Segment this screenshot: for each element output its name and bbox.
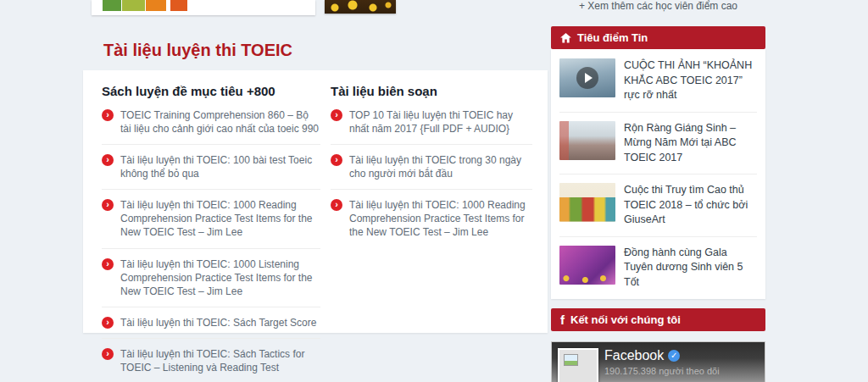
news-title-link[interactable]: Đồng hành cùng Gala Tuyên dương Sinh viê… [624, 246, 757, 291]
connect-section-title: Kết nối với chúng tôi [570, 313, 681, 326]
news-thumbnail[interactable] [559, 121, 615, 160]
arrow-bullet-icon: › [102, 258, 114, 270]
arrow-bullet-icon: › [102, 154, 114, 166]
followers-count: 190.175.398 người theo dõi [604, 366, 720, 376]
material-link[interactable]: TOP 10 Tài liệu luyện thi TOEIC hay nhất… [349, 108, 532, 136]
material-item[interactable]: ›Tài liệu luyện thi TOEIC: 1000 Listenin… [102, 249, 320, 307]
facebook-page-name[interactable]: Facebook✓ [604, 348, 680, 363]
promo-buttons-image [103, 0, 187, 11]
facebook-icon: f [560, 313, 565, 326]
cutoff-card-promo[interactable] [92, 0, 315, 15]
news-thumbnail[interactable] [559, 183, 615, 222]
promo-segment [122, 0, 145, 11]
broken-image-icon [564, 354, 578, 366]
material-link[interactable]: Tài liệu luyện thi TOEIC: 100 bài test T… [120, 153, 320, 180]
materials-list: ›TOP 10 Tài liệu luyện thi TOEIC hay nhấ… [331, 100, 532, 248]
promo-segment [146, 0, 166, 11]
news-title-link[interactable]: Rộn Ràng Giáng Sinh – Mừng Năm Mới tại A… [624, 121, 757, 166]
news-thumbnail[interactable] [559, 58, 615, 97]
webpage: { "icons": { "bullet_chevron": "›", "fac… [0, 0, 868, 382]
arrow-bullet-icon: › [102, 109, 114, 121]
news-item[interactable]: CUỘC THI ẢNH “KHOẢNH KHẮC ABC TOEIC 2017… [559, 50, 757, 113]
home-icon [560, 33, 571, 43]
material-item[interactable]: ›Tài liệu luyện thi TOEIC trong 30 ngày … [331, 145, 532, 190]
material-item[interactable]: ›Tài liệu luyện thi TOEIC: Sách Target S… [102, 307, 320, 339]
promo-segment [103, 0, 121, 11]
arrow-bullet-icon: › [102, 317, 114, 329]
news-section-header: Tiêu điểm Tin [551, 26, 765, 49]
material-link[interactable]: Tài liệu luyện thi TOEIC: Sách Tactics f… [120, 347, 320, 374]
material-link[interactable]: TOEIC Training Comprehension 860 – Bộ tà… [120, 108, 320, 136]
column-compiled-materials: Tài liệu biên soạn ›TOP 10 Tài liệu luyệ… [331, 80, 532, 316]
arrow-bullet-icon: › [102, 348, 114, 360]
material-item[interactable]: ›TOP 10 Tài liệu luyện thi TOEIC hay nhấ… [331, 100, 532, 145]
column-header: Tài liệu biên soạn [331, 84, 532, 98]
arrow-bullet-icon: › [331, 109, 342, 121]
news-section-title: Tiêu điểm Tin [577, 31, 648, 44]
materials-card: Sách luyện đề mục tiêu +800 ›TOEIC Train… [83, 70, 548, 333]
material-link[interactable]: Tài liệu luyện thi TOEIC: 1000 Reading C… [120, 198, 320, 239]
news-item[interactable]: Rộn Ràng Giáng Sinh – Mừng Năm Mới tại A… [559, 113, 757, 175]
cutoff-card-sunflower-image[interactable] [325, 0, 396, 14]
facebook-page-widget: Facebook✓ 190.175.398 người theo dõi f T… [551, 341, 765, 382]
material-item[interactable]: ›Tài liệu luyện thi TOEIC: 100 bài test … [102, 145, 320, 190]
verified-badge-icon: ✓ [668, 350, 680, 362]
material-link[interactable]: Tài liệu luyện thi TOEIC trong 30 ngày c… [349, 153, 532, 180]
sidebar: + Xem thêm các học viên điểm cao Tiêu đi… [551, 0, 765, 382]
connect-section-header: f Kết nối với chúng tôi [551, 308, 765, 331]
material-link[interactable]: Tài liệu luyện thi TOEIC: 1000 Listening… [120, 257, 320, 298]
news-list: CUỘC THI ẢNH “KHOẢNH KHẮC ABC TOEIC 2017… [551, 49, 765, 299]
facebook-avatar[interactable] [558, 348, 598, 382]
play-icon [576, 67, 598, 89]
material-item[interactable]: ›Tài liệu luyện thi TOEIC: Sách Tactics … [102, 339, 320, 382]
news-thumbnail[interactable] [559, 246, 615, 285]
news-item[interactable]: Cuộc thi Truy tìm Cao thủ TOEIC 2018 – t… [559, 174, 757, 237]
news-title-link[interactable]: Cuộc thi Truy tìm Cao thủ TOEIC 2018 – t… [624, 183, 757, 228]
material-item[interactable]: ›Tài liệu luyện thi TOEIC: 1000 Reading … [331, 190, 532, 247]
see-more-top-students-link[interactable]: + Xem thêm các học viên điểm cao [551, 0, 765, 12]
column-target-books: Sách luyện đề mục tiêu +800 ›TOEIC Train… [102, 80, 320, 316]
materials-list: ›TOEIC Training Comprehension 860 – Bộ t… [102, 100, 320, 382]
material-link[interactable]: Tài liệu luyện thi TOEIC: Sách Target Sc… [120, 316, 316, 329]
material-item[interactable]: ›TOEIC Training Comprehension 860 – Bộ t… [102, 100, 320, 145]
news-item[interactable]: Đồng hành cùng Gala Tuyên dương Sinh viê… [559, 237, 757, 299]
arrow-bullet-icon: › [331, 154, 342, 166]
toeic-materials-section: Tài liệu luyện thi TOEIC Sách luyện đề m… [83, 34, 548, 333]
news-title-link[interactable]: CUỘC THI ẢNH “KHOẢNH KHẮC ABC TOEIC 2017… [624, 58, 757, 103]
facebook-page-name-label: Facebook [604, 348, 664, 363]
column-header: Sách luyện đề mục tiêu +800 [102, 84, 320, 98]
material-link[interactable]: Tài liệu luyện thi TOEIC: 1000 Reading C… [349, 198, 532, 239]
promo-segment [170, 0, 187, 11]
arrow-bullet-icon: › [331, 199, 342, 211]
section-title: Tài liệu luyện thi TOEIC [103, 41, 548, 60]
arrow-bullet-icon: › [102, 199, 114, 211]
material-item[interactable]: ›Tài liệu luyện thi TOEIC: 1000 Reading … [102, 190, 320, 248]
